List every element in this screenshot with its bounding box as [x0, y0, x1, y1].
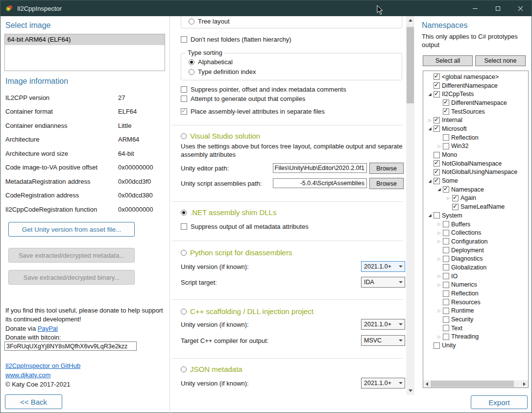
collapse-toggle-icon[interactable]: ◢ [426, 126, 434, 131]
namespace-tree-item[interactable]: Globalization [423, 263, 528, 272]
scrollbar-thumb[interactable] [407, 27, 414, 103]
namespace-tree-item[interactable]: ◢Il2CppTests [423, 90, 528, 98]
namespace-tree-item[interactable]: Deployment [423, 246, 528, 255]
shim-dlls-radio[interactable] [181, 210, 187, 216]
namespace-tree-item[interactable]: Reflection [423, 133, 528, 142]
namespace-tree-item[interactable]: ◢Some [423, 176, 528, 185]
scrollbar-thumb[interactable] [431, 381, 514, 387]
cpp-unity-version-select[interactable]: 2021.1.0+ [361, 319, 405, 330]
expand-toggle-icon[interactable]: ▷ [426, 118, 434, 122]
namespace-checkbox[interactable] [443, 316, 449, 323]
namespace-tree-item[interactable]: ▷Internal [423, 116, 528, 124]
suppress-attributes-checkbox[interactable] [181, 223, 187, 230]
namespace-checkbox[interactable] [434, 342, 440, 349]
collapse-toggle-icon[interactable]: ◢ [426, 92, 434, 97]
namespace-checkbox[interactable] [443, 273, 449, 279]
namespace-tree-item[interactable]: Security [423, 315, 528, 324]
namespace-tree-item[interactable]: ▷Diagnostics [423, 254, 528, 263]
namespace-checkbox[interactable] [443, 230, 449, 236]
expand-toggle-icon[interactable]: ▷ [435, 283, 443, 287]
shim-dlls-option[interactable]: .NET assembly shim DLLs [181, 208, 276, 217]
flatten-option[interactable]: Don't nest folders (flatten hierarchy) [181, 36, 291, 43]
namespace-checkbox[interactable] [443, 308, 449, 314]
namespace-checkbox[interactable] [452, 204, 459, 210]
namespace-checkbox[interactable] [443, 143, 449, 149]
namespace-tree-item[interactable]: <global namespace> [423, 73, 528, 81]
script-target-select[interactable]: IDA [361, 277, 405, 288]
namespace-checkbox[interactable] [443, 256, 449, 262]
sort-index-radio[interactable] [189, 69, 194, 75]
paypal-link[interactable]: PayPal [38, 325, 58, 332]
namespace-checkbox[interactable] [434, 82, 440, 89]
python-script-radio[interactable] [181, 250, 187, 256]
python-script-option[interactable]: Python script for disassemblers [181, 248, 292, 257]
namespace-checkbox[interactable] [443, 108, 449, 115]
namespace-tree-item[interactable]: ▷Again [423, 194, 528, 203]
flatten-checkbox[interactable] [181, 36, 187, 43]
save-metadata-button[interactable]: Save extracted/decrypted metadata... [8, 248, 135, 263]
namespace-tree-item[interactable]: DifferentNamespace [423, 98, 528, 107]
namespace-checkbox[interactable] [443, 238, 449, 244]
namespace-tree-item[interactable]: DifferentNamespace [423, 81, 528, 90]
cpp-scaffolding-option[interactable]: C++ scaffolding / DLL injection project [181, 307, 314, 316]
image-listbox[interactable]: 64-bit ARM64 (ELF64) [4, 34, 165, 71]
sort-alphabetical-radio[interactable] [189, 59, 194, 65]
namespace-tree-item[interactable]: ◢Microsoft [423, 124, 528, 133]
namespace-tree-item[interactable]: ◢Namespace [423, 185, 528, 194]
namespace-tree-item[interactable]: Resources [423, 298, 528, 307]
expand-toggle-icon[interactable]: ▷ [435, 222, 443, 226]
github-link[interactable]: Il2CppInspector on GitHub [5, 362, 80, 369]
namespace-tree-item[interactable]: TestSources [423, 107, 528, 116]
namespace-tree-item[interactable]: ▷Numerics [423, 281, 528, 290]
scroll-left-button[interactable] [423, 380, 431, 388]
namespace-checkbox[interactable] [443, 282, 449, 288]
vs-solution-radio[interactable] [181, 133, 187, 139]
namespace-tree-item[interactable]: ▷Configuration [423, 237, 528, 246]
separate-attributes-checkbox[interactable] [181, 108, 187, 115]
namespace-checkbox[interactable] [434, 125, 440, 132]
suppress-attributes-option[interactable]: Suppress output of all metadata attribut… [181, 223, 309, 230]
namespace-checkbox[interactable] [443, 186, 449, 193]
scroll-right-button[interactable] [521, 380, 528, 388]
namespace-checkbox[interactable] [434, 178, 440, 184]
minimize-button[interactable] [464, 0, 486, 16]
namespace-tree-item[interactable]: ◢System [423, 211, 528, 220]
collapse-toggle-icon[interactable]: ◢ [426, 179, 434, 183]
namespace-tree-item[interactable]: ▷Collections [423, 228, 528, 237]
expand-toggle-icon[interactable]: ▷ [435, 239, 443, 243]
browse-assemblies-path-button[interactable]: Browse [369, 178, 404, 189]
separate-attributes-option[interactable]: Place assembly-level attributes in separ… [181, 108, 325, 115]
script-assemblies-path-input[interactable]: -5.0.4\ScriptAssemblies [273, 178, 367, 188]
namespace-tree-item[interactable]: ▷Threading [423, 333, 528, 341]
python-unity-version-select[interactable]: 2021.1.0+ [361, 261, 405, 272]
expand-toggle-icon[interactable]: ▷ [435, 335, 443, 339]
maximize-button[interactable] [486, 0, 509, 16]
namespace-checkbox[interactable] [434, 91, 440, 97]
tree-layout-option[interactable]: Tree layout [189, 18, 230, 25]
expand-toggle-icon[interactable]: ▷ [435, 257, 443, 261]
namespace-checkbox[interactable] [443, 299, 449, 305]
json-metadata-option[interactable]: JSON metadata [181, 365, 242, 373]
scroll-up-button[interactable] [406, 16, 414, 24]
scroll-down-button[interactable] [406, 387, 414, 395]
expand-toggle-icon[interactable]: ▷ [435, 231, 443, 235]
namespace-checkbox[interactable] [443, 334, 449, 340]
json-metadata-radio[interactable] [181, 366, 187, 372]
cpp-compiler-select[interactable]: MSVC [361, 335, 405, 346]
namespace-checkbox[interactable] [434, 160, 440, 167]
namespace-tree-item[interactable]: ▷Buffers [423, 220, 528, 229]
namespace-checkbox[interactable] [443, 99, 449, 106]
select-none-button[interactable]: Select none [475, 55, 526, 66]
close-button[interactable] [509, 0, 532, 16]
suppress-metadata-checkbox[interactable] [181, 86, 187, 93]
browse-editor-path-button[interactable]: Browse [369, 163, 404, 174]
save-binary-button[interactable]: Save extracted/decrypted binary... [8, 270, 135, 285]
website-link[interactable]: www.djkaty.com [5, 371, 50, 379]
namespace-checkbox[interactable] [434, 152, 440, 158]
export-button[interactable]: Export [471, 395, 528, 409]
namespace-checkbox[interactable] [443, 247, 449, 253]
namespace-tree-item[interactable]: ▷IO [423, 272, 528, 281]
namespace-checkbox[interactable] [452, 195, 459, 201]
get-unity-version-button[interactable]: Get Unity version from asset file... [8, 222, 135, 237]
namespace-checkbox[interactable] [443, 221, 449, 227]
